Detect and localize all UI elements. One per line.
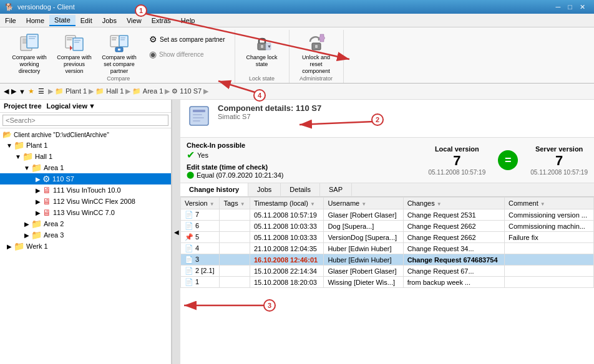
col-comment: Comment ▼ — [505, 198, 594, 209]
compare-set-btn[interactable]: Compare with set compare partner — [97, 30, 141, 77]
component-info: Component details: 110 S7 Simatic S7 — [218, 103, 588, 120]
sort-tags[interactable]: ▼ — [240, 201, 245, 207]
equal-icon: = — [498, 150, 518, 170]
unlock-reset-btn[interactable]: Unlock and reset component — [295, 30, 338, 77]
area3-expand[interactable]: ▶ — [22, 231, 31, 239]
plant1-icon: 📁 — [14, 140, 24, 150]
tree-hall1[interactable]: ▼ 📁 Hall 1 — [0, 151, 171, 162]
112visu-expand[interactable]: ▶ — [34, 197, 42, 206]
area2-expand[interactable]: ▶ — [22, 219, 31, 228]
show-difference-btn[interactable]: ◉ Show difference — [145, 47, 230, 61]
tree-113visu[interactable]: ▶ 🖥 113 Visu WinCC 7.0 — [0, 207, 171, 218]
hall1-expand[interactable]: ▼ — [14, 152, 22, 161]
table-row-selected[interactable]: 📄 3 16.10.2008 12:46:01 Huber [Edwin Hub… — [181, 254, 594, 266]
cell-version: 📄 6 — [181, 221, 220, 232]
tree-112visu[interactable]: ▶ 🖥 112 Visu WinCC Flex 2008 — [0, 196, 171, 207]
ribbon-group-compare: Compare with working directory Compare w… — [2, 30, 235, 83]
cell-timestamp: 05.11.2008 10:57:19 — [250, 209, 323, 221]
menu-home[interactable]: Home — [21, 16, 49, 26]
werk1-expand[interactable]: ▶ — [5, 242, 14, 251]
sort-comment[interactable]: ▼ — [540, 201, 545, 207]
cell-username: Glaser [Robert Glaser] — [324, 266, 403, 277]
tree-110s7[interactable]: ▶ ⚙ 110 S7 — [0, 173, 171, 184]
set-compare-partner-icon: ⚙ — [149, 34, 157, 44]
table-row[interactable]: 📄 1 15.10.2008 18:20:03 Wissing [Dieter … — [181, 277, 594, 288]
tree-plant1[interactable]: ▼ 📁 Plant 1 — [0, 140, 171, 151]
nav-favorite-btn[interactable]: ★ — [28, 87, 34, 95]
table-row[interactable]: 📄 6 05.11.2008 10:03:33 Dog [Supera...] … — [181, 221, 594, 232]
sort-username[interactable]: ▼ — [361, 201, 366, 207]
unlock-reset-label: Unlock and reset component — [299, 54, 334, 74]
menu-edit[interactable]: Edit — [75, 16, 97, 26]
nav-list-btn[interactable]: ☰ — [38, 87, 44, 95]
area1-label: Area 1 — [44, 164, 64, 171]
menu-file[interactable]: File — [0, 16, 21, 26]
cell-changes: from backup week ... — [403, 277, 504, 288]
checkin-label: Check-In possible — [187, 141, 416, 149]
menu-help[interactable]: Help — [176, 16, 200, 26]
table-row[interactable]: 📄 4 21.10.2008 12:04:35 Huber [Edwin Hub… — [181, 243, 594, 254]
menu-state[interactable]: State — [49, 15, 75, 26]
tab-change-history[interactable]: Change history — [180, 183, 248, 196]
archive-icon: 📂 — [2, 130, 12, 139]
window-title: versiondog - Client — [17, 3, 75, 11]
close-btn[interactable]: ✕ — [576, 3, 589, 11]
table-row[interactable]: 📌 5 05.11.2008 10:03:33 VersionDog [Supe… — [181, 232, 594, 243]
row-icon-6: 📄 — [185, 222, 193, 229]
component-title: Component details: 110 S7 — [218, 103, 588, 113]
113visu-expand[interactable]: ▶ — [34, 208, 42, 217]
svg-rect-14 — [112, 37, 117, 39]
cell-comment — [505, 243, 594, 254]
tree-area3[interactable]: ▶ 📁 Area 3 — [0, 229, 171, 241]
set-compare-partner-btn[interactable]: ⚙ Set as compare partner — [145, 32, 230, 46]
area1-icon: 📁 — [31, 163, 42, 173]
compare-set-label: Compare with set compare partner — [102, 54, 137, 74]
area1-expand[interactable]: ▼ — [22, 163, 31, 172]
bc-sep-1: ▶ — [89, 87, 94, 95]
nav-dropdown-btn[interactable]: ▼ — [19, 88, 26, 95]
editstate-label: Edit state (time of check) — [187, 163, 416, 171]
app-icon: 🐕 — [5, 3, 14, 11]
menu-extras[interactable]: Extras — [147, 16, 176, 26]
view-dropdown[interactable]: Logical view ▼ — [47, 102, 95, 110]
set-compare-partner-label: Set as compare partner — [160, 36, 225, 43]
tree-area1[interactable]: ▼ 📁 Area 1 — [0, 162, 171, 173]
nav-back-btn[interactable]: ◀ — [4, 87, 9, 95]
111visu-expand[interactable]: ▶ — [34, 186, 42, 194]
sort-version[interactable]: ▼ — [210, 201, 215, 207]
change-lock-btn[interactable]: ▼ Change lock state — [240, 30, 284, 71]
row-icon-3: 📄 — [185, 256, 193, 263]
tree-area2[interactable]: ▶ 📁 Area 2 — [0, 218, 171, 229]
tree-111visu[interactable]: ▶ 🖥 111 Visu InTouch 10.0 — [0, 184, 171, 196]
compare-previous-btn[interactable]: Compare with previous version — [52, 30, 96, 77]
breadcrumb-plant1[interactable]: 📁 Plant 1 — [53, 87, 89, 96]
sort-changes[interactable]: ▼ — [437, 201, 442, 207]
content-area: Component details: 110 S7 Simatic S7 Che… — [180, 100, 594, 364]
sort-timestamp[interactable]: ▼ — [310, 201, 315, 207]
table-row[interactable]: 📄 7 05.11.2008 10:57:19 Glaser [Robert G… — [181, 209, 594, 221]
nav-forward-btn[interactable]: ▶ — [11, 87, 16, 95]
cell-tags — [220, 277, 250, 288]
tab-jobs[interactable]: Jobs — [248, 183, 281, 196]
svg-rect-5 — [29, 36, 36, 37]
maximize-btn[interactable]: □ — [564, 3, 576, 11]
110s7-label: 110 S7 — [52, 175, 74, 183]
plant1-expand[interactable]: ▼ — [5, 141, 14, 150]
breadcrumb-hall1[interactable]: 📁 Hall 1 — [94, 87, 125, 96]
tree-werk1[interactable]: ▶ 📁 Werk 1 — [0, 241, 171, 252]
minimize-btn[interactable]: ─ — [552, 3, 565, 11]
110s7-expand[interactable]: ▶ — [34, 175, 42, 183]
breadcrumb-110s7[interactable]: ⚙ 110 S7 — [170, 87, 203, 96]
compare-working-btn[interactable]: Compare with working directory — [7, 30, 51, 77]
table-row[interactable]: 📄 2 [2.1] 15.10.2008 22:14:34 Glaser [Ro… — [181, 266, 594, 277]
tab-details[interactable]: Details — [281, 183, 320, 196]
tab-sap[interactable]: SAP — [320, 183, 352, 196]
sidebar-search — [0, 113, 171, 128]
search-input[interactable] — [2, 115, 168, 126]
menu-view[interactable]: View — [122, 16, 147, 26]
cell-version: 📄 2 [2.1] — [181, 266, 220, 277]
sidebar-collapse-btn[interactable]: ◀ — [172, 100, 180, 364]
breadcrumb-area1[interactable]: 📁 Area 1 — [130, 87, 165, 96]
archive-label[interactable]: 📂 Client archive "D:\vdClientArchive" — [0, 130, 171, 140]
menu-jobs[interactable]: Jobs — [97, 16, 122, 26]
